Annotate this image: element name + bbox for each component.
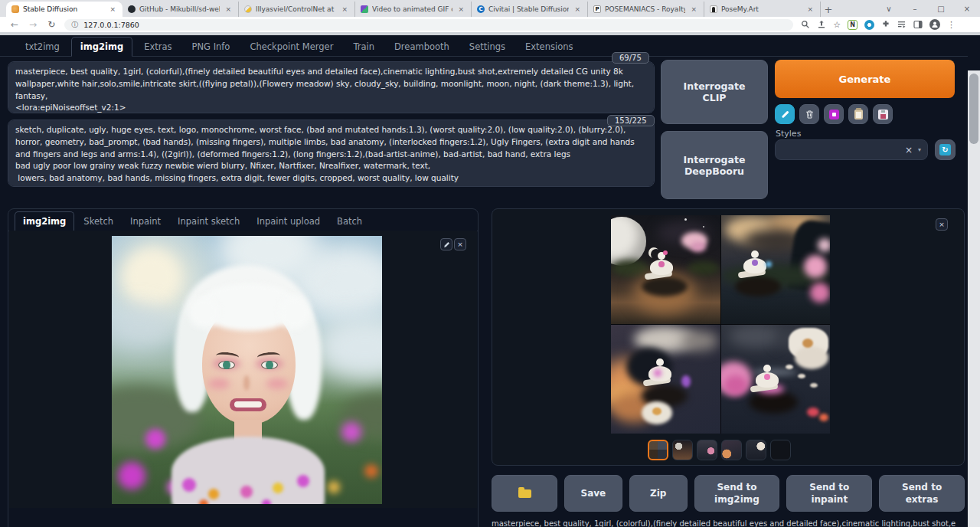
mode-tab-inpaint-sketch[interactable]: Inpaint sketch — [170, 212, 247, 231]
gallery-thumbnail[interactable] — [721, 440, 742, 460]
tab-search-icon[interactable]: ∨ — [876, 5, 902, 13]
bookmark-star-icon[interactable]: ☆ — [833, 20, 841, 30]
browser-tab-stable-diffusion[interactable]: Stable Diffusion × — [6, 2, 122, 17]
tab-extras[interactable]: Extras — [136, 38, 180, 56]
stable-diffusion-favicon — [11, 5, 19, 13]
result-image-2[interactable] — [721, 215, 831, 324]
folder-icon — [518, 489, 531, 498]
new-tab-button[interactable]: + — [821, 2, 836, 17]
mode-tab-inpaint-upload[interactable]: Inpaint upload — [249, 212, 328, 231]
negative-prompt-input[interactable]: sketch, duplicate, ugly, huge eyes, text… — [8, 119, 655, 187]
prompt-tools — [775, 104, 893, 124]
refresh-styles-icon[interactable]: ↻ — [935, 139, 956, 160]
extra-networks-icon[interactable] — [824, 104, 844, 124]
forward-icon[interactable]: → — [29, 19, 37, 30]
scrollbar-thumb[interactable] — [969, 74, 978, 144]
browser-tab-github[interactable]: GitHub - Mikubill/sd-webui-co… × — [122, 2, 239, 17]
interrogate-deepbooru-button[interactable]: Interrogate DeepBooru — [661, 131, 768, 199]
art-shape — [749, 391, 798, 414]
browser-tab-civitai[interactable]: C Civitai | Stable Diffusion model… × — [472, 2, 588, 17]
result-image-4[interactable] — [721, 325, 831, 434]
read-parameters-icon[interactable] — [775, 104, 795, 124]
toolbar-icons: ☆ N ⋮ — [801, 19, 956, 30]
styles-clear-icon[interactable]: × — [905, 145, 913, 155]
generate-button[interactable]: Generate — [775, 60, 955, 98]
extension-blue-icon[interactable] — [864, 20, 874, 30]
tab-settings[interactable]: Settings — [461, 38, 514, 56]
browser-tab-posemaniacs[interactable]: P POSEMANIACS - Royalty free 3… × — [588, 2, 704, 17]
mode-tab-batch[interactable]: Batch — [329, 212, 370, 231]
civitai-favicon: C — [477, 5, 485, 13]
gallery-thumbnail[interactable] — [648, 440, 668, 460]
window-maximize-button[interactable]: □ — [928, 5, 954, 13]
result-image-1[interactable] — [611, 215, 720, 324]
tab-close-icon[interactable]: × — [573, 5, 582, 13]
tab-close-icon[interactable]: × — [108, 5, 117, 13]
tab-txt2img[interactable]: txt2img — [17, 38, 68, 56]
save-style-floppy-icon[interactable] — [873, 104, 893, 124]
save-button[interactable]: Save — [564, 475, 622, 512]
gallery-thumbnail[interactable] — [697, 440, 717, 460]
edit-pencil-icon[interactable] — [440, 238, 452, 250]
close-gallery-icon[interactable]: × — [936, 218, 948, 231]
tab-close-icon[interactable]: × — [689, 5, 698, 13]
page-scrollbar[interactable] — [968, 70, 980, 527]
art-shape — [810, 383, 818, 388]
back-icon[interactable]: ← — [11, 19, 18, 30]
address-bar[interactable]: ⓘ 127.0.0.1:7860 — [64, 19, 793, 31]
prompt-input[interactable]: masterpiece, best quality, 1girl, (color… — [8, 61, 655, 113]
browser-tab-posemyart[interactable]: PoseMy.Art × — [704, 2, 821, 17]
browser-tab-controlnet[interactable]: lllyasviel/ControlNet at main × — [239, 2, 355, 17]
source-image[interactable] — [112, 236, 382, 504]
generation-info-text: masterpiece, best quality, 1girl, (color… — [492, 519, 956, 527]
tab-close-icon[interactable]: × — [224, 5, 233, 13]
profile-avatar[interactable] — [929, 19, 940, 30]
send-to-img2img-button[interactable]: Send to img2img — [694, 475, 780, 512]
reload-icon[interactable]: ↻ — [47, 19, 55, 30]
mode-tab-sketch[interactable]: Sketch — [76, 212, 121, 231]
art-shape — [297, 475, 309, 487]
tab-checkpoint-merger[interactable]: Checkpoint Merger — [241, 38, 341, 56]
tab-close-icon[interactable]: × — [340, 5, 349, 13]
clear-prompt-trash-icon[interactable] — [799, 104, 819, 124]
apply-styles-clipboard-icon[interactable] — [848, 104, 868, 124]
remove-image-icon[interactable]: × — [454, 238, 466, 250]
zip-button[interactable]: Zip — [629, 475, 688, 512]
send-to-inpaint-button[interactable]: Send to inpaint — [786, 475, 872, 512]
mode-tab-img2img[interactable]: img2img — [15, 211, 74, 231]
styles-dropdown[interactable]: × ▾ — [775, 139, 928, 160]
tab-img2img[interactable]: img2img — [71, 37, 132, 57]
browser-tab-gif-converter[interactable]: Video to animated GIF converter × — [355, 2, 472, 17]
tab-close-icon[interactable]: × — [456, 5, 466, 13]
result-image-grid[interactable] — [611, 215, 830, 434]
send-to-extras-button[interactable]: Send to extras — [879, 475, 965, 512]
window-close-button[interactable]: × — [954, 5, 980, 13]
mode-tab-inpaint[interactable]: Inpaint — [122, 212, 168, 231]
tab-close-icon[interactable]: × — [805, 5, 815, 13]
tab-train[interactable]: Train — [345, 38, 383, 56]
extensions-puzzle-icon[interactable] — [881, 20, 890, 29]
art-shape — [735, 277, 781, 296]
art-shape — [118, 462, 145, 489]
window-minimize-button[interactable]: – — [902, 5, 928, 13]
result-image-3[interactable] — [611, 325, 720, 434]
reading-list-icon[interactable] — [897, 20, 906, 29]
extension-n-icon[interactable]: N — [848, 20, 858, 30]
gallery-thumbnail[interactable] — [770, 440, 791, 460]
interrogate-clip-button[interactable]: Interrogate CLIP — [661, 60, 768, 124]
gallery-thumbnail[interactable] — [746, 440, 766, 460]
tab-dreambooth[interactable]: Dreambooth — [386, 38, 458, 56]
art-shape — [243, 375, 250, 391]
gallery-thumbnail[interactable] — [672, 440, 693, 460]
sidebar-icon[interactable] — [913, 20, 923, 29]
art-shape — [752, 260, 758, 266]
share-icon[interactable] — [817, 20, 826, 29]
site-info-icon[interactable]: ⓘ — [71, 20, 78, 30]
open-folder-button[interactable] — [492, 475, 557, 512]
browser-menu-icon[interactable]: ⋮ — [947, 20, 956, 30]
zoom-icon[interactable] — [801, 20, 810, 29]
tab-extensions[interactable]: Extensions — [517, 38, 581, 56]
tab-png-info[interactable]: PNG Info — [184, 38, 239, 56]
art-shape — [642, 277, 688, 296]
art-shape — [122, 248, 180, 306]
